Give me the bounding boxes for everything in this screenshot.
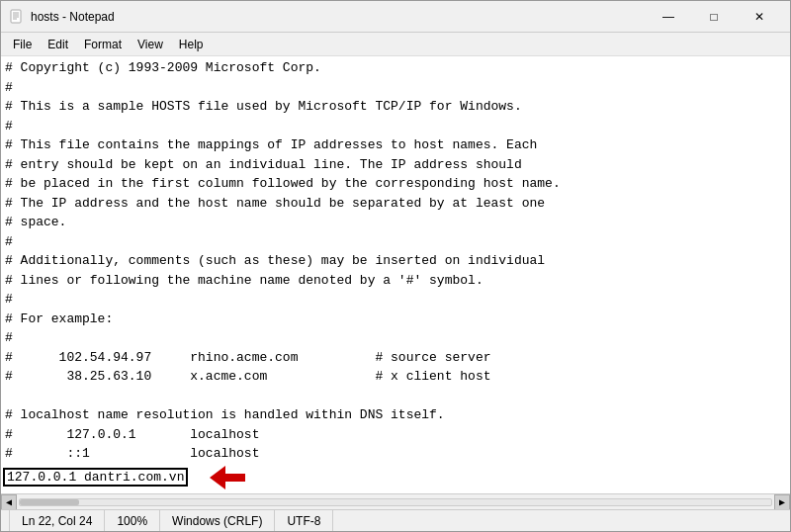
app-icon <box>9 9 25 25</box>
menu-view[interactable]: View <box>130 36 171 53</box>
horizontal-scrollbar[interactable]: ◀ ▶ <box>1 493 790 509</box>
close-button[interactable]: ✕ <box>737 1 782 33</box>
editor-content[interactable]: # Copyright (c) 1993-2009 Microsoft Corp… <box>1 56 790 493</box>
menu-edit[interactable]: Edit <box>40 36 76 53</box>
scroll-right-button[interactable]: ▶ <box>774 494 790 510</box>
encoding: UTF-8 <box>275 510 333 531</box>
title-bar: hosts - Notepad — □ ✕ <box>1 1 790 33</box>
scroll-track[interactable] <box>19 498 772 506</box>
cursor-position: Ln 22, Col 24 <box>9 510 105 531</box>
menu-format[interactable]: Format <box>76 36 130 53</box>
line-ending: Windows (CRLF) <box>160 510 275 531</box>
menu-bar: File Edit Format View Help <box>1 33 790 56</box>
scroll-left-button[interactable]: ◀ <box>1 494 17 510</box>
notepad-window: hosts - Notepad — □ ✕ File Edit Format V… <box>0 0 791 532</box>
zoom-level: 100% <box>105 510 160 531</box>
editor-area[interactable]: # Copyright (c) 1993-2009 Microsoft Corp… <box>1 56 790 509</box>
title-bar-left: hosts - Notepad <box>9 9 115 25</box>
editor-text: # Copyright (c) 1993-2009 Microsoft Corp… <box>5 58 786 491</box>
menu-file[interactable]: File <box>5 36 40 53</box>
minimize-button[interactable]: — <box>646 1 691 33</box>
window-title: hosts - Notepad <box>31 10 115 24</box>
maximize-button[interactable]: □ <box>691 1 737 33</box>
svg-marker-6 <box>210 466 245 489</box>
scroll-thumb[interactable] <box>20 499 79 505</box>
menu-help[interactable]: Help <box>171 36 212 53</box>
highlighted-entry: 127.0.0.1 dantri.com.vn <box>5 470 186 485</box>
window-controls: — □ ✕ <box>646 1 782 33</box>
red-arrow-icon <box>194 464 253 491</box>
status-bar: Ln 22, Col 24 100% Windows (CRLF) UTF-8 <box>1 509 790 531</box>
